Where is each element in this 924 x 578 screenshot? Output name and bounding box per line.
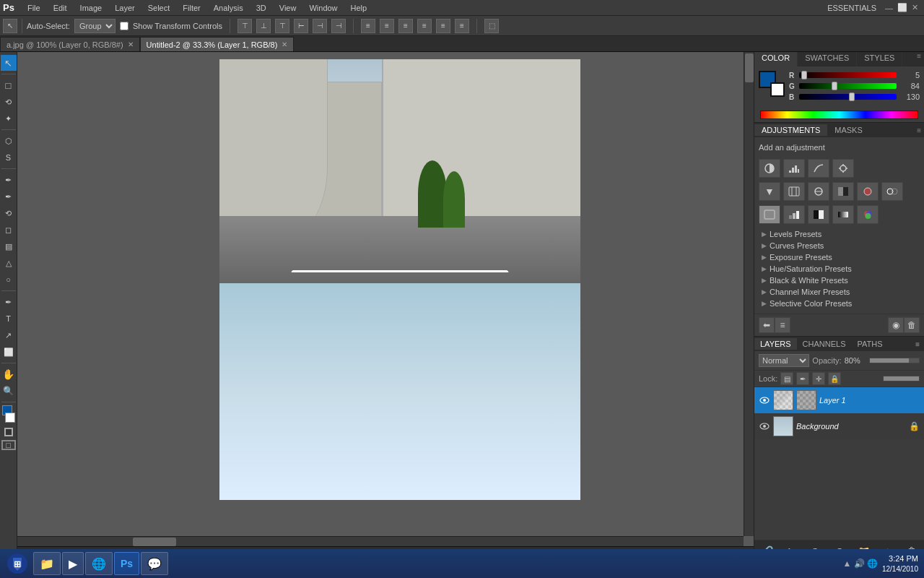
background-layer-item[interactable]: Background 🔒	[754, 413, 924, 439]
channels-tab[interactable]: CHANNELS	[797, 338, 852, 350]
taskbar-skype[interactable]: 💬	[141, 552, 168, 575]
color-selector[interactable]	[1, 405, 17, 423]
gradient-tool[interactable]: ▤	[1, 238, 17, 254]
preset-exposure[interactable]: ▶ Exposure Presets	[759, 251, 920, 263]
history-brush[interactable]: ⟲	[1, 205, 17, 221]
color-balance-icon[interactable]	[808, 182, 829, 201]
dodge-tool[interactable]: ○	[1, 272, 17, 288]
menu-filter[interactable]: Filter	[177, 2, 206, 14]
distribute2-icon[interactable]: ≡	[380, 19, 394, 33]
blur-tool[interactable]: △	[1, 255, 17, 271]
gradient-map-icon[interactable]	[832, 205, 854, 224]
opacity-slider[interactable]	[869, 358, 920, 363]
tab-1[interactable]: a.jpg @ 100% (Layer 0, RGB/8#) ✕	[0, 37, 140, 51]
adj-panel-options[interactable]: ≡	[914, 126, 924, 134]
lock-all-icon[interactable]: 🔒	[828, 372, 841, 385]
menu-window[interactable]: Window	[303, 2, 343, 14]
align-bottom-icon[interactable]: ⊤	[275, 19, 289, 33]
taskbar-photoshop[interactable]: Ps	[114, 552, 139, 575]
minimize-btn[interactable]: —	[885, 4, 896, 12]
align-vert-icon[interactable]: ⊥	[256, 19, 271, 33]
screen-mode-btn[interactable]: □	[1, 440, 16, 450]
move-tool[interactable]: ↖	[1, 55, 17, 71]
align-top-icon[interactable]: ⊤	[237, 19, 252, 33]
horizontal-scrollbar[interactable]	[17, 536, 744, 546]
distribute3-icon[interactable]: ≡	[398, 19, 413, 33]
background-color[interactable]	[5, 413, 15, 423]
lock-position-icon[interactable]: ✛	[812, 372, 825, 385]
menu-select[interactable]: Select	[142, 2, 176, 14]
vibrance-icon[interactable]: ▼	[759, 182, 780, 201]
photo-filter-icon[interactable]	[857, 182, 879, 201]
preset-levels[interactable]: ▶ Levels Presets	[759, 228, 920, 240]
adj-eye-icon[interactable]: ◉	[888, 317, 904, 333]
g-slider-thumb[interactable]	[832, 82, 837, 90]
brush-tool[interactable]: ✒	[1, 172, 17, 188]
paths-tab[interactable]: PATHS	[852, 338, 889, 350]
restore-btn[interactable]: ⬜	[897, 3, 910, 12]
quick-select-tool[interactable]: ✦	[1, 111, 17, 126]
hue-sat-icon[interactable]	[783, 182, 805, 201]
pen-tool[interactable]: ✒	[1, 294, 17, 310]
align-right-icon[interactable]: ⊣	[331, 19, 346, 33]
levels-icon[interactable]	[783, 159, 805, 178]
adj-back-icon[interactable]: ⬅	[759, 317, 775, 333]
invert-icon[interactable]	[759, 205, 780, 224]
auto-select-dropdown[interactable]: Group Layer	[74, 19, 116, 33]
b-slider-track[interactable]	[799, 94, 897, 100]
distribute5-icon[interactable]: ≡	[436, 19, 450, 33]
r-slider-thumb[interactable]	[801, 71, 807, 79]
start-button[interactable]: ⊞	[3, 551, 32, 577]
taskbar-explorer[interactable]: 📁	[33, 552, 61, 575]
taskbar-chrome[interactable]: 🌐	[85, 552, 113, 575]
preset-bw[interactable]: ▶ Black & White Presets	[759, 275, 920, 286]
preset-curves[interactable]: ▶ Curves Presets	[759, 240, 920, 251]
layer-1-visibility[interactable]	[759, 394, 770, 406]
g-slider-track[interactable]	[799, 83, 897, 89]
type-tool[interactable]: T	[1, 311, 17, 327]
show-transform-checkbox[interactable]	[120, 22, 128, 30]
bw-icon[interactable]	[832, 182, 854, 201]
curves-icon[interactable]	[808, 159, 829, 178]
distribute4-icon[interactable]: ≡	[417, 19, 432, 33]
tab-2[interactable]: Untitled-2 @ 33.3% (Layer 1, RGB/8) ✕	[140, 37, 295, 51]
lock-image-icon[interactable]: ✒	[796, 372, 809, 385]
layers-panel-options[interactable]: ≡	[915, 340, 924, 348]
tab-1-close[interactable]: ✕	[128, 40, 134, 48]
taskbar-media[interactable]: ▶	[62, 552, 84, 575]
styles-tab[interactable]: STYLES	[857, 52, 902, 66]
fill-slider[interactable]	[883, 376, 920, 381]
adj-presets-icon[interactable]: ≡	[775, 317, 790, 333]
channel-mixer-icon[interactable]	[881, 182, 903, 201]
selective-color-icon[interactable]	[857, 205, 879, 224]
menu-help[interactable]: Help	[345, 2, 373, 14]
eraser-tool[interactable]: ◻	[1, 222, 17, 238]
close-btn[interactable]: ✕	[912, 3, 921, 12]
brightness-contrast-icon[interactable]	[759, 159, 780, 178]
move-tool-icon[interactable]: ↖	[3, 19, 17, 33]
adj-trash-icon[interactable]: 🗑	[904, 317, 920, 333]
layers-tab[interactable]: LAYERS	[754, 338, 797, 350]
essentials-label[interactable]: ESSENTIALS	[827, 4, 884, 12]
menu-file[interactable]: File	[22, 2, 46, 14]
color-swatches[interactable]	[759, 71, 785, 97]
tab-2-close[interactable]: ✕	[282, 40, 287, 48]
canvas-scroll[interactable]	[17, 52, 754, 546]
quick-mask-mode[interactable]	[1, 426, 17, 438]
r-slider-track[interactable]	[799, 72, 897, 78]
zoom-tool[interactable]: 🔍	[1, 383, 17, 399]
exposure-icon[interactable]	[832, 159, 854, 178]
transform-icon[interactable]: ⬚	[484, 19, 499, 33]
preset-channel-mixer[interactable]: ▶ Channel Mixer Presets	[759, 286, 920, 298]
stamp-tool[interactable]: ✒	[1, 189, 17, 204]
adjustments-tab[interactable]: ADJUSTMENTS	[754, 124, 827, 136]
posterize-icon[interactable]	[783, 205, 805, 224]
background-visibility[interactable]	[759, 420, 770, 432]
blend-mode-select[interactable]: Normal Multiply Screen Overlay	[759, 354, 809, 367]
menu-layer[interactable]: Layer	[109, 2, 141, 14]
swatches-tab[interactable]: SWATCHES	[798, 52, 857, 66]
crop-tool[interactable]: ⬡	[1, 133, 17, 149]
layer-1-item[interactable]: Layer 1	[754, 387, 924, 413]
distribute-icon[interactable]: ≡	[361, 19, 375, 33]
b-slider-thumb[interactable]	[849, 92, 855, 101]
